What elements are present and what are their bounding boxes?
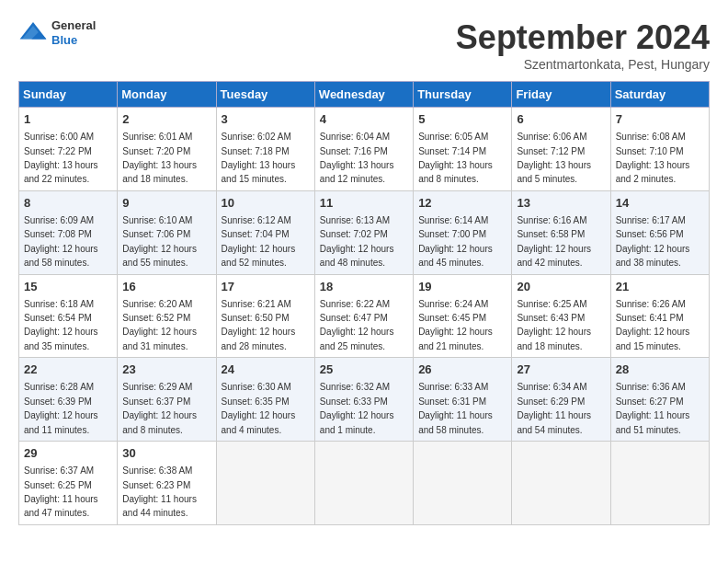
calendar-cell: 11 Sunrise: 6:13 AMSunset: 7:02 PMDaylig… — [314, 190, 413, 274]
calendar-cell: 25 Sunrise: 6:32 AMSunset: 6:33 PMDaylig… — [314, 358, 413, 442]
day-header-tuesday: Tuesday — [216, 82, 314, 108]
day-number: 20 — [517, 279, 605, 295]
day-number: 27 — [517, 362, 605, 378]
calendar-week-row: 22 Sunrise: 6:28 AMSunset: 6:39 PMDaylig… — [19, 358, 710, 442]
day-info: Sunrise: 6:01 AMSunset: 7:20 PMDaylight:… — [122, 132, 197, 184]
calendar-cell: 5 Sunrise: 6:05 AMSunset: 7:14 PMDayligh… — [414, 108, 512, 191]
calendar-week-row: 1 Sunrise: 6:00 AMSunset: 7:22 PMDayligh… — [19, 108, 710, 191]
calendar-cell: 15 Sunrise: 6:18 AMSunset: 6:54 PMDaylig… — [19, 274, 118, 358]
calendar-cell: 14 Sunrise: 6:17 AMSunset: 6:56 PMDaylig… — [610, 190, 709, 274]
day-info: Sunrise: 6:28 AMSunset: 6:39 PMDaylight:… — [24, 382, 98, 434]
calendar-cell: 4 Sunrise: 6:04 AMSunset: 7:16 PMDayligh… — [314, 108, 413, 191]
day-header-monday: Monday — [118, 82, 216, 108]
calendar-cell — [512, 442, 610, 525]
day-number: 9 — [122, 195, 210, 212]
day-info: Sunrise: 6:09 AMSunset: 7:08 PMDaylight:… — [24, 215, 98, 268]
calendar-cell: 19 Sunrise: 6:24 AMSunset: 6:45 PMDaylig… — [414, 274, 512, 358]
logo-icon — [18, 18, 48, 48]
day-info: Sunrise: 6:18 AMSunset: 6:54 PMDaylight:… — [24, 299, 98, 351]
day-header-saturday: Saturday — [610, 82, 709, 108]
day-number: 8 — [24, 195, 112, 212]
day-info: Sunrise: 6:38 AMSunset: 6:23 PMDaylight:… — [122, 465, 197, 518]
day-number: 17 — [222, 279, 310, 295]
day-info: Sunrise: 6:10 AMSunset: 7:06 PMDaylight:… — [122, 215, 197, 268]
day-info: Sunrise: 6:37 AMSunset: 6:25 PMDaylight:… — [24, 465, 98, 518]
logo: General Blue — [18, 18, 96, 48]
day-number: 25 — [320, 362, 408, 378]
calendar-cell: 16 Sunrise: 6:20 AMSunset: 6:52 PMDaylig… — [118, 274, 216, 358]
calendar-cell — [216, 442, 314, 525]
day-number: 19 — [418, 279, 506, 295]
day-number: 3 — [222, 111, 310, 128]
calendar-header-row: SundayMondayTuesdayWednesdayThursdayFrid… — [19, 82, 710, 108]
day-number: 4 — [320, 111, 408, 128]
day-number: 22 — [24, 362, 112, 378]
logo-text: General Blue — [51, 18, 96, 47]
calendar-week-row: 15 Sunrise: 6:18 AMSunset: 6:54 PMDaylig… — [19, 274, 710, 358]
day-number: 11 — [320, 195, 408, 212]
day-info: Sunrise: 6:25 AMSunset: 6:43 PMDaylight:… — [517, 299, 591, 351]
day-number: 15 — [24, 279, 112, 295]
day-number: 14 — [616, 195, 704, 212]
day-info: Sunrise: 6:22 AMSunset: 6:47 PMDaylight:… — [320, 299, 394, 351]
calendar-cell: 13 Sunrise: 6:16 AMSunset: 6:58 PMDaylig… — [512, 190, 610, 274]
day-info: Sunrise: 6:20 AMSunset: 6:52 PMDaylight:… — [122, 299, 197, 351]
calendar-table: SundayMondayTuesdayWednesdayThursdayFrid… — [18, 81, 710, 525]
calendar-cell: 9 Sunrise: 6:10 AMSunset: 7:06 PMDayligh… — [118, 190, 216, 274]
day-number: 30 — [122, 445, 210, 462]
title-block: September 2024 Szentmartonkata, Pest, Hu… — [456, 18, 710, 72]
calendar-cell: 12 Sunrise: 6:14 AMSunset: 7:00 PMDaylig… — [414, 190, 512, 274]
day-info: Sunrise: 6:04 AMSunset: 7:16 PMDaylight:… — [320, 132, 394, 184]
calendar-cell — [414, 442, 512, 525]
day-number: 16 — [122, 279, 210, 295]
calendar-cell: 29 Sunrise: 6:37 AMSunset: 6:25 PMDaylig… — [19, 442, 118, 525]
day-number: 5 — [418, 111, 506, 128]
day-number: 23 — [122, 362, 210, 378]
day-info: Sunrise: 6:13 AMSunset: 7:02 PMDaylight:… — [320, 215, 394, 268]
logo-general: General — [51, 18, 96, 33]
day-info: Sunrise: 6:21 AMSunset: 6:50 PMDaylight:… — [222, 299, 296, 351]
page-header: General Blue September 2024 Szentmartonk… — [18, 18, 710, 72]
calendar-cell: 21 Sunrise: 6:26 AMSunset: 6:41 PMDaylig… — [610, 274, 709, 358]
day-info: Sunrise: 6:05 AMSunset: 7:14 PMDaylight:… — [418, 132, 493, 184]
calendar-cell: 26 Sunrise: 6:33 AMSunset: 6:31 PMDaylig… — [414, 358, 512, 442]
calendar-cell: 3 Sunrise: 6:02 AMSunset: 7:18 PMDayligh… — [216, 108, 314, 191]
calendar-cell: 10 Sunrise: 6:12 AMSunset: 7:04 PMDaylig… — [216, 190, 314, 274]
day-info: Sunrise: 6:24 AMSunset: 6:45 PMDaylight:… — [418, 299, 493, 351]
day-info: Sunrise: 6:26 AMSunset: 6:41 PMDaylight:… — [616, 299, 690, 351]
calendar-cell: 2 Sunrise: 6:01 AMSunset: 7:20 PMDayligh… — [118, 108, 216, 191]
day-info: Sunrise: 6:12 AMSunset: 7:04 PMDaylight:… — [222, 215, 296, 268]
day-info: Sunrise: 6:34 AMSunset: 6:29 PMDaylight:… — [517, 382, 591, 434]
day-info: Sunrise: 6:16 AMSunset: 6:58 PMDaylight:… — [517, 215, 591, 268]
day-header-wednesday: Wednesday — [314, 82, 413, 108]
calendar-week-row: 29 Sunrise: 6:37 AMSunset: 6:25 PMDaylig… — [19, 442, 710, 525]
day-info: Sunrise: 6:02 AMSunset: 7:18 PMDaylight:… — [222, 132, 296, 184]
day-header-sunday: Sunday — [19, 82, 118, 108]
day-number: 21 — [616, 279, 704, 295]
logo-blue: Blue — [51, 33, 96, 48]
calendar-cell — [314, 442, 413, 525]
day-number: 2 — [122, 111, 210, 128]
day-info: Sunrise: 6:30 AMSunset: 6:35 PMDaylight:… — [222, 382, 296, 434]
day-number: 6 — [517, 111, 605, 128]
day-header-thursday: Thursday — [414, 82, 512, 108]
day-number: 10 — [222, 195, 310, 212]
calendar-cell: 22 Sunrise: 6:28 AMSunset: 6:39 PMDaylig… — [19, 358, 118, 442]
day-info: Sunrise: 6:08 AMSunset: 7:10 PMDaylight:… — [616, 132, 690, 184]
day-header-friday: Friday — [512, 82, 610, 108]
day-info: Sunrise: 6:14 AMSunset: 7:00 PMDaylight:… — [418, 215, 493, 268]
day-info: Sunrise: 6:00 AMSunset: 7:22 PMDaylight:… — [24, 132, 98, 184]
location-subtitle: Szentmartonkata, Pest, Hungary — [456, 57, 710, 72]
day-number: 13 — [517, 195, 605, 212]
day-number: 7 — [616, 111, 704, 128]
day-info: Sunrise: 6:29 AMSunset: 6:37 PMDaylight:… — [122, 382, 197, 434]
day-number: 24 — [222, 362, 310, 378]
calendar-cell: 27 Sunrise: 6:34 AMSunset: 6:29 PMDaylig… — [512, 358, 610, 442]
calendar-cell: 17 Sunrise: 6:21 AMSunset: 6:50 PMDaylig… — [216, 274, 314, 358]
day-number: 12 — [418, 195, 506, 212]
calendar-cell: 30 Sunrise: 6:38 AMSunset: 6:23 PMDaylig… — [118, 442, 216, 525]
day-number: 26 — [418, 362, 506, 378]
day-number: 1 — [24, 111, 112, 128]
calendar-cell: 24 Sunrise: 6:30 AMSunset: 6:35 PMDaylig… — [216, 358, 314, 442]
calendar-week-row: 8 Sunrise: 6:09 AMSunset: 7:08 PMDayligh… — [19, 190, 710, 274]
